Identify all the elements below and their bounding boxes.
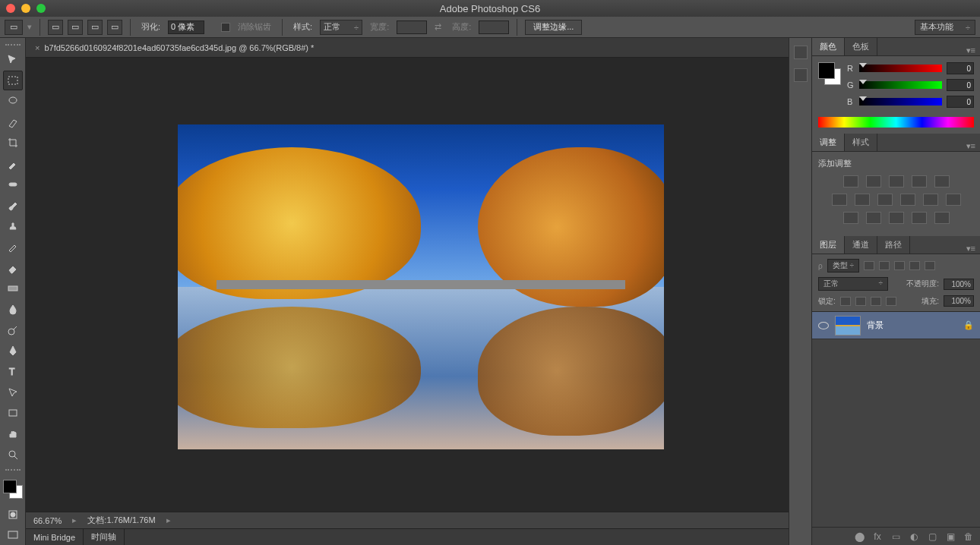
layer-name[interactable]: 背景 — [867, 320, 884, 331]
bw-icon[interactable] — [877, 194, 893, 206]
brush-tool[interactable] — [3, 196, 23, 215]
delete-layer-icon[interactable]: 🗑 — [963, 531, 974, 542]
photo-filter-icon[interactable] — [900, 194, 915, 206]
toolbar-grip[interactable] — [5, 44, 21, 49]
eraser-tool[interactable] — [3, 258, 23, 277]
adjustments-panel-tab[interactable]: 调整 — [812, 134, 845, 151]
panel-menu-icon[interactable]: ▾≡ — [962, 141, 980, 151]
selection-intersect-icon[interactable]: ▭ — [107, 20, 122, 35]
document-tab[interactable]: × b7fd5266d0160924f8201e4ad60735fae6cd34… — [26, 38, 789, 58]
b-slider[interactable] — [859, 98, 942, 106]
hand-tool[interactable] — [3, 424, 23, 443]
filter-smart-icon[interactable] — [925, 261, 935, 270]
lock-transparent-icon[interactable] — [840, 297, 851, 306]
refine-edge-button[interactable]: 调整边缘... — [525, 20, 582, 35]
gradient-map-icon[interactable] — [912, 212, 927, 224]
type-tool[interactable]: T — [3, 362, 23, 381]
styles-panel-tab[interactable]: 样式 — [845, 134, 877, 151]
color-spectrum[interactable] — [818, 117, 974, 128]
selection-subtract-icon[interactable]: ▭ — [87, 20, 103, 35]
pen-tool[interactable] — [3, 341, 23, 360]
dodge-tool[interactable] — [3, 320, 23, 339]
link-layers-icon[interactable]: ⬤ — [854, 531, 865, 542]
r-value[interactable] — [947, 62, 974, 74]
layer-filter-kind[interactable]: 类型 ÷ — [827, 259, 859, 272]
rectangle-tool[interactable] — [3, 404, 23, 423]
history-brush-tool[interactable] — [3, 237, 23, 256]
canvas[interactable] — [26, 58, 789, 512]
layer-style-icon[interactable]: fx — [872, 531, 883, 542]
channels-panel-tab[interactable]: 通道 — [845, 236, 877, 254]
curves-icon[interactable] — [889, 175, 904, 187]
path-selection-tool[interactable] — [3, 383, 23, 402]
filter-pixel-icon[interactable] — [864, 261, 874, 270]
color-swatches[interactable] — [3, 480, 23, 499]
feather-input[interactable] — [168, 20, 204, 34]
selection-new-icon[interactable]: ▭ — [48, 20, 63, 35]
mini-bridge-tab[interactable]: Mini Bridge — [26, 529, 84, 545]
color-panel-tab[interactable]: 颜色 — [812, 38, 845, 55]
swatches-panel-tab[interactable]: 色板 — [845, 38, 877, 55]
vibrance-icon[interactable] — [934, 175, 950, 187]
paths-panel-tab[interactable]: 路径 — [877, 236, 910, 254]
color-swatch[interactable] — [818, 62, 841, 85]
style-select[interactable]: 正常÷ — [320, 20, 362, 35]
lock-position-icon[interactable] — [871, 297, 881, 306]
blur-tool[interactable] — [3, 300, 23, 319]
foreground-swatch[interactable] — [818, 62, 835, 79]
collapsed-panel-icon[interactable] — [794, 46, 808, 59]
invert-icon[interactable] — [843, 212, 858, 224]
layer-mask-icon[interactable]: ▭ — [890, 531, 901, 542]
b-value[interactable] — [947, 96, 974, 108]
threshold-icon[interactable] — [889, 212, 904, 224]
visibility-icon[interactable] — [818, 322, 829, 329]
gradient-tool[interactable] — [3, 279, 23, 298]
r-slider[interactable] — [859, 65, 942, 72]
filter-shape-icon[interactable] — [909, 261, 920, 270]
move-tool[interactable] — [3, 50, 23, 69]
panel-menu-icon[interactable]: ▾≡ — [962, 46, 980, 55]
filter-adjust-icon[interactable] — [879, 261, 890, 270]
rectangular-marquee-tool[interactable] — [3, 71, 23, 90]
eyedropper-tool[interactable] — [3, 154, 23, 173]
new-group-icon[interactable]: ▢ — [927, 531, 937, 542]
selection-add-icon[interactable]: ▭ — [68, 20, 83, 35]
layer-thumbnail[interactable] — [835, 316, 861, 336]
workspace-select[interactable]: 基本功能÷ — [915, 20, 975, 35]
collapsed-panel-icon[interactable] — [794, 68, 808, 82]
new-adjustment-layer-icon[interactable]: ◐ — [909, 531, 919, 542]
selective-color-icon[interactable] — [934, 212, 950, 224]
foreground-color[interactable] — [3, 480, 17, 493]
crop-tool[interactable] — [3, 134, 23, 153]
fill-value[interactable]: 100% — [944, 295, 974, 307]
color-lookup-icon[interactable] — [946, 194, 961, 206]
zoom-level[interactable]: 66.67% — [33, 516, 62, 525]
opacity-value[interactable]: 100% — [944, 279, 974, 290]
blend-mode-select[interactable]: 正常 ÷ — [818, 277, 888, 291]
healing-brush-tool[interactable] — [3, 175, 23, 194]
brightness-contrast-icon[interactable] — [843, 175, 858, 187]
g-slider[interactable] — [859, 81, 942, 89]
g-value[interactable] — [947, 79, 974, 91]
filter-type-icon[interactable] — [894, 261, 905, 270]
close-tab-icon[interactable]: × — [35, 43, 40, 52]
levels-icon[interactable] — [866, 175, 881, 187]
timeline-tab[interactable]: 时间轴 — [84, 529, 125, 545]
panel-menu-icon[interactable]: ▾≡ — [962, 244, 980, 254]
layers-panel-tab[interactable]: 图层 — [812, 236, 845, 254]
hue-sat-icon[interactable] — [832, 194, 847, 206]
status-popup-icon[interactable]: ▸ — [166, 515, 171, 525]
new-layer-icon[interactable]: ▣ — [945, 531, 956, 542]
zoom-tool[interactable] — [3, 445, 23, 464]
clone-stamp-tool[interactable] — [3, 216, 23, 235]
layer-row[interactable]: 背景 🔒 — [812, 312, 980, 339]
zoom-popup-icon[interactable]: ▸ — [72, 515, 77, 525]
quick-selection-tool[interactable] — [3, 112, 23, 131]
lasso-tool[interactable] — [3, 92, 23, 111]
screen-mode-icon[interactable] — [3, 525, 23, 544]
exposure-icon[interactable] — [912, 175, 927, 187]
lock-all-icon[interactable] — [886, 297, 896, 306]
quick-mask-icon[interactable] — [3, 505, 23, 524]
tool-preset-icon[interactable]: ▭ — [5, 20, 23, 35]
color-balance-icon[interactable] — [855, 194, 870, 206]
